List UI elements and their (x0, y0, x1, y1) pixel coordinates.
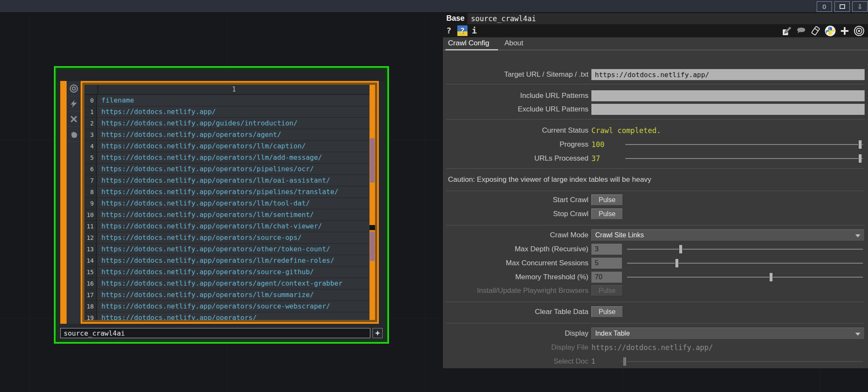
memory-slider-handle[interactable] (769, 272, 773, 282)
progress-slider-handle[interactable] (858, 140, 862, 149)
include-patterns-input[interactable] (591, 90, 865, 101)
row-value[interactable]: https://dotdocs.netlify.app/operators/ag… (97, 129, 370, 140)
progress-label: Progress (443, 139, 588, 150)
row-value[interactable]: https://dotdocs.netlify.app/operators/ll… (97, 175, 370, 186)
row-value[interactable]: https://dotdocs.netlify.app/operators/ll… (97, 209, 370, 220)
table-scrollbar[interactable] (370, 85, 375, 320)
max-depth-slider-handle[interactable] (679, 245, 683, 254)
max-sessions-slider-track[interactable] (627, 263, 863, 264)
progress-slider-track[interactable] (625, 144, 863, 145)
crawl-mode-value: Crawl Site Links (595, 231, 644, 239)
table-row: 17 https://dotdocs.netlify.app/operators… (84, 289, 375, 301)
table-row: 10 https://dotdocs.netlify.app/operators… (84, 209, 375, 221)
start-crawl-button[interactable]: Pulse (591, 195, 623, 206)
row-value[interactable]: https://dotdocs.netlify.app/operators/ll… (97, 255, 370, 266)
comment-button[interactable] (795, 25, 807, 36)
help-highlighted-button[interactable]: ? (457, 25, 468, 36)
maximize-icon (840, 4, 845, 9)
node-add-button[interactable] (372, 328, 383, 338)
table-row: 14 https://dotdocs.netlify.app/operators… (84, 255, 375, 267)
panel-icon-row: ? ? i (443, 24, 868, 37)
table-corner-cell (84, 85, 98, 94)
row-value[interactable]: https://dotdocs.netlify.app/operators/pi… (97, 186, 370, 197)
row-value[interactable]: https://dotdocs.netlify.app/ (97, 106, 370, 117)
max-depth-slider-track[interactable] (627, 249, 863, 250)
node-titlebar[interactable] (58, 70, 385, 81)
row-value[interactable]: https://dotdocs.netlify.app/guides/intro… (97, 118, 370, 129)
row-crawl-mode: Crawl Mode Crawl Site Links (443, 229, 868, 241)
memory-threshold-value[interactable]: 70 (591, 272, 622, 283)
row-value[interactable]: https://dotdocs.netlify.app/operators/so… (97, 301, 370, 312)
row-number: 5 (84, 152, 97, 163)
crawl-mode-dropdown[interactable]: Crawl Site Links (591, 229, 865, 241)
grab-hand-icon (69, 130, 78, 139)
edit-button[interactable] (781, 25, 792, 36)
download-button[interactable]: ⇩ (852, 1, 868, 12)
tab-about[interactable]: About (504, 37, 523, 50)
maximize-button[interactable] (834, 1, 850, 12)
max-sessions-value[interactable]: 5 (591, 258, 622, 269)
node-run-button[interactable] (67, 96, 81, 111)
crawl-mode-label: Crawl Mode (443, 229, 588, 240)
row-value[interactable]: https://dotdocs.netlify.app/operators/ll… (97, 198, 370, 209)
row-max-sessions: Max Concurrent Sessions 5 (443, 258, 868, 269)
row-number: 13 (84, 244, 97, 255)
table-column-header[interactable]: 1 (98, 85, 370, 94)
zero-counter-button[interactable]: 0 (817, 1, 832, 12)
memory-slider-track[interactable] (627, 277, 863, 278)
help-button[interactable]: ? (446, 25, 451, 36)
urls-slider-handle[interactable] (858, 154, 862, 163)
exclude-patterns-input[interactable] (591, 104, 865, 115)
focus-button[interactable] (853, 25, 865, 36)
row-number: 17 (84, 289, 97, 300)
row-value[interactable]: https://dotdocs.netlify.app/operators/pi… (97, 164, 370, 175)
tab-crawl-config[interactable]: Crawl Config (448, 37, 489, 50)
info-button[interactable]: i (472, 25, 477, 36)
current-status-label: Current Status (443, 125, 588, 136)
separator (446, 84, 865, 84)
desktop-canvas[interactable]: { "topbar": { "buttons": ["0", "", "⇩"] … (0, 0, 868, 392)
clean-button[interactable] (810, 25, 821, 36)
row-value[interactable]: https://dotdocs.netlify.app/operators/ll… (97, 221, 370, 232)
row-value[interactable]: https://dotdocs.netlify.app/operators/ot… (97, 244, 370, 255)
row-value[interactable]: https://dotdocs.netlify.app/operators/so… (97, 267, 370, 278)
row-number: 16 (84, 278, 97, 289)
scrollbar-thumb[interactable] (370, 138, 375, 183)
max-sessions-slider-handle[interactable] (675, 259, 679, 268)
table-row: 8 https://dotdocs.netlify.app/operators/… (84, 186, 375, 198)
node-target-button[interactable] (67, 81, 81, 96)
row-value[interactable]: https://dotdocs.netlify.app/operators/ (97, 312, 370, 320)
python-logo-icon (825, 25, 836, 36)
node-grab-button[interactable] (67, 127, 81, 142)
max-depth-value[interactable]: 3 (591, 244, 622, 255)
row-value[interactable]: https://dotdocs.netlify.app/operators/ll… (97, 141, 370, 152)
install-playwright-button: Pulse (591, 285, 623, 296)
display-dropdown[interactable]: Index Table (591, 328, 865, 339)
install-playwright-label: Install/Update Playwright Browsers (443, 285, 588, 296)
select-doc-slider-handle (623, 357, 627, 366)
row-value[interactable]: https://dotdocs.netlify.app/operators/ll… (97, 152, 370, 163)
progress-value: 100 (591, 139, 605, 150)
clear-table-button[interactable]: Pulse (591, 306, 623, 317)
add-button[interactable] (839, 25, 850, 36)
row-number: 12 (84, 232, 97, 243)
node-name-input[interactable] (60, 328, 370, 338)
selected-node-outline: 1 0 filename 1 https://dotdocs.netlify.a… (54, 66, 389, 344)
scrollbar-thumb[interactable] (370, 231, 375, 261)
row-value[interactable]: https://dotdocs.netlify.app/operators/ll… (97, 289, 370, 300)
row-number: 19 (84, 312, 97, 320)
row-value[interactable]: https://dotdocs.netlify.app/operators/so… (97, 232, 370, 243)
row-value[interactable]: filename (97, 95, 370, 106)
node-close-button[interactable] (67, 111, 81, 127)
base-name-field[interactable]: source_crawl4ai (468, 13, 868, 24)
target-url-input[interactable] (591, 69, 865, 80)
urls-slider-track[interactable] (625, 158, 863, 159)
python-button[interactable] (824, 25, 836, 36)
active-tab-underline (445, 49, 498, 50)
stop-crawl-button[interactable]: Pulse (591, 209, 623, 220)
crawl4ai-node[interactable]: 1 0 filename 1 https://dotdocs.netlify.a… (58, 70, 385, 340)
plus-icon (840, 26, 850, 36)
select-doc-slider-track (621, 361, 863, 362)
row-value[interactable]: https://dotdocs.netlify.app/operators/ag… (97, 278, 370, 289)
table-row: 11 https://dotdocs.netlify.app/operators… (84, 221, 375, 232)
